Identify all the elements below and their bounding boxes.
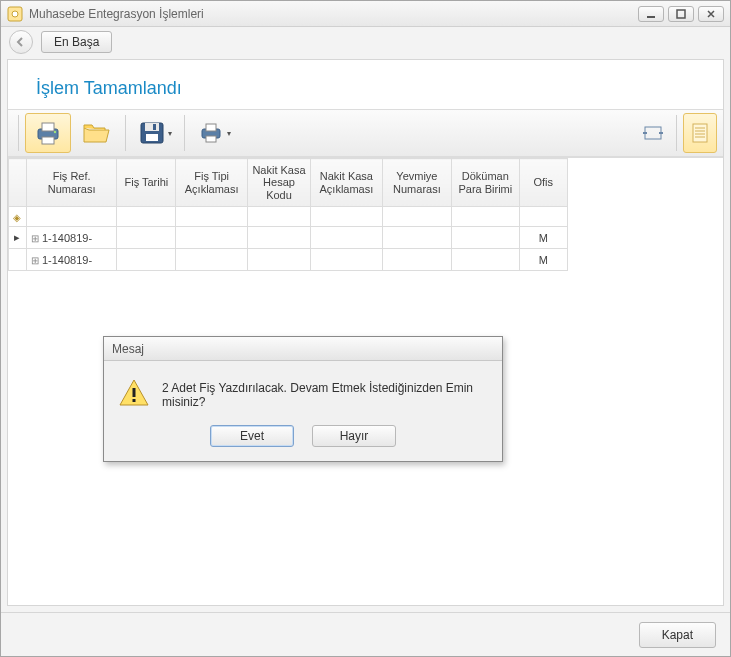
heading-area: İşlem Tamamlandı [8, 60, 723, 109]
print-dropdown-button[interactable]: ▾ [191, 113, 237, 153]
filter-indicator: ◈ [9, 207, 27, 227]
dialog-title: Mesaj [104, 337, 502, 361]
toolbar-separator [184, 115, 185, 151]
nav-row: En Başa [1, 27, 730, 57]
titlebar: Muhasebe Entegrasyon İşlemleri [1, 1, 730, 27]
col-header[interactable]: Fiş Tarihi [117, 159, 176, 207]
toolbar-separator [18, 115, 19, 151]
close-button[interactable] [698, 6, 724, 22]
minimize-button[interactable] [638, 6, 664, 22]
svg-rect-2 [647, 16, 655, 18]
dialog-message: 2 Adet Fiş Yazdırılacak. Devam Etmek İst… [162, 377, 488, 409]
col-header[interactable]: Nakit Kasa Açıklaması [311, 159, 383, 207]
app-window: Muhasebe Entegrasyon İşlemleri En Başa İ… [0, 0, 731, 657]
footer: Kapat [1, 612, 730, 656]
yes-button[interactable]: Evet [210, 425, 294, 447]
maximize-button[interactable] [668, 6, 694, 22]
filter-cell[interactable] [519, 207, 568, 227]
cell-ofis: M [519, 249, 568, 271]
fit-width-button[interactable] [636, 113, 670, 153]
svg-rect-13 [206, 124, 216, 131]
filter-cell[interactable] [311, 207, 383, 227]
save-button[interactable]: ▾ [132, 113, 178, 153]
go-top-button[interactable]: En Başa [41, 31, 112, 53]
col-header[interactable]: Yevmiye Numarası [382, 159, 451, 207]
page-view-button[interactable] [683, 113, 717, 153]
col-header[interactable]: Nakit Kasa Hesap Kodu [247, 159, 310, 207]
toolbar-separator [125, 115, 126, 151]
no-button[interactable]: Hayır [312, 425, 396, 447]
col-header[interactable]: Fiş Tipi Açıklaması [176, 159, 248, 207]
svg-rect-9 [145, 123, 159, 131]
svg-rect-10 [146, 134, 158, 141]
svg-point-1 [12, 11, 18, 17]
content-shell: İşlem Tamamlandı [7, 59, 724, 606]
chevron-down-icon: ▾ [227, 129, 231, 138]
close-form-button[interactable]: Kapat [639, 622, 716, 648]
filter-icon: ◈ [13, 212, 21, 223]
svg-rect-16 [693, 124, 707, 142]
row-indicator: ▸ [9, 227, 27, 249]
filter-cell[interactable] [452, 207, 519, 227]
col-header[interactable]: Ofis [519, 159, 568, 207]
expand-icon[interactable]: ⊞ [31, 233, 39, 244]
svg-rect-14 [206, 136, 216, 142]
col-header[interactable]: Döküman Para Birimi [452, 159, 519, 207]
filter-cell[interactable] [247, 207, 310, 227]
svg-rect-22 [133, 399, 136, 402]
message-dialog: Mesaj 2 Adet Fiş Yazdırılacak. Devam Etm… [103, 336, 503, 462]
svg-rect-11 [153, 124, 156, 130]
cell-value: 1-140819- [42, 232, 92, 244]
filter-cell[interactable] [26, 207, 117, 227]
row-indicator [9, 249, 27, 271]
cell-value: 1-140819- [42, 254, 92, 266]
table-row[interactable]: ⊞ 1-140819- M [9, 249, 568, 271]
page-title: İşlem Tamamlandı [36, 78, 705, 99]
col-header[interactable]: Fiş Ref. Numarası [26, 159, 117, 207]
svg-rect-5 [42, 123, 54, 131]
svg-rect-3 [677, 10, 685, 18]
data-table: Fiş Ref. Numarası Fiş Tarihi Fiş Tipi Aç… [8, 158, 568, 271]
cell-ref: ⊞ 1-140819- [26, 249, 117, 271]
toolbar-separator [676, 115, 677, 151]
dialog-buttons: Evet Hayır [104, 419, 502, 461]
expand-icon[interactable]: ⊞ [31, 255, 39, 266]
window-title: Muhasebe Entegrasyon İşlemleri [29, 7, 638, 21]
svg-point-7 [54, 131, 56, 133]
chevron-down-icon: ▾ [168, 129, 172, 138]
svg-rect-15 [645, 127, 661, 139]
print-button[interactable] [25, 113, 71, 153]
filter-row: ◈ [9, 207, 568, 227]
header-row: Fiş Ref. Numarası Fiş Tarihi Fiş Tipi Aç… [9, 159, 568, 207]
row-indicator-header [9, 159, 27, 207]
warning-icon [118, 377, 150, 409]
open-button[interactable] [73, 113, 119, 153]
filter-cell[interactable] [117, 207, 176, 227]
toolbar: ▾ ▾ [8, 109, 723, 157]
filter-cell[interactable] [176, 207, 248, 227]
app-icon [7, 6, 23, 22]
cell-ofis: M [519, 227, 568, 249]
cell-ref: ⊞ 1-140819- [26, 227, 117, 249]
svg-rect-6 [42, 137, 54, 144]
table-row[interactable]: ▸ ⊞ 1-140819- M [9, 227, 568, 249]
filter-cell[interactable] [382, 207, 451, 227]
window-buttons [638, 6, 724, 22]
dialog-body: 2 Adet Fiş Yazdırılacak. Devam Etmek İst… [104, 361, 502, 419]
svg-rect-21 [133, 388, 136, 397]
back-button[interactable] [9, 30, 33, 54]
